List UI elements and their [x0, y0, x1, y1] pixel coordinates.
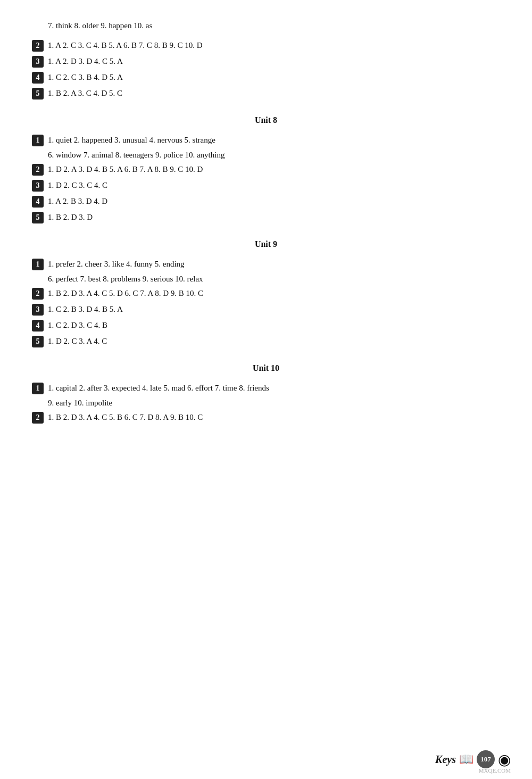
badge-1: 1 — [32, 259, 44, 270]
unit7-row-5: 5 1. B 2. A 3. C 4. D 5. C — [32, 88, 500, 100]
unit9-s3-answers: 1. C 2. B 3. D 4. B 5. A — [48, 305, 123, 314]
unit9-title: Unit 9 — [32, 239, 500, 249]
unit9-s1-line1: 1. prefer 2. cheer 3. like 4. funny 5. e… — [48, 260, 185, 269]
circle-icon: ◉ — [498, 751, 511, 768]
unit10-title: Unit 10 — [32, 363, 500, 373]
keys-label: Keys — [435, 753, 456, 766]
unit8-row-2: 2 1. D 2. A 3. D 4. B 5. A 6. B 7. A 8. … — [32, 164, 500, 176]
badge-1: 1 — [32, 383, 44, 394]
badge-5: 5 — [32, 88, 44, 100]
badge-1: 1 — [32, 135, 44, 146]
badge-3: 3 — [32, 56, 44, 68]
unit9-s2-answers: 1. B 2. D 3. A 4. C 5. D 6. C 7. A 8. D … — [48, 289, 203, 298]
badge-2: 2 — [32, 164, 44, 176]
unit7-row-2: 2 1. A 2. C 3. C 4. B 5. A 6. B 7. C 8. … — [32, 40, 500, 52]
unit8-s3-answers: 1. D 2. C 3. C 4. C — [48, 181, 107, 190]
unit8-s4-answers: 1. A 2. B 3. D 4. D — [48, 197, 107, 206]
unit10-row-2: 2 1. B 2. D 3. A 4. C 5. B 6. C 7. D 8. … — [32, 412, 500, 424]
unit9-row-4: 4 1. C 2. D 3. C 4. B — [32, 320, 500, 332]
unit7-section: 2 1. A 2. C 3. C 4. B 5. A 6. B 7. C 8. … — [32, 40, 500, 100]
book-icon: 📖 — [459, 752, 473, 766]
unit8-s2-answers: 1. D 2. A 3. D 4. B 5. A 6. B 7. A 8. B … — [48, 165, 203, 174]
badge-4: 4 — [32, 320, 44, 332]
footer-area: Keys 📖 107 ◉ — [435, 750, 511, 768]
unit8-row-4: 4 1. A 2. B 3. D 4. D — [32, 196, 500, 208]
unit9-row-5: 5 1. D 2. C 3. A 4. C — [32, 336, 500, 347]
unit9-row-3: 3 1. C 2. B 3. D 4. B 5. A — [32, 304, 500, 316]
unit7-s5-answers: 1. B 2. A 3. C 4. D 5. C — [48, 89, 122, 98]
unit7-s2-answers: 1. A 2. C 3. C 4. B 5. A 6. B 7. C 8. B … — [48, 41, 202, 50]
unit8-s1-line2: 6. window 7. animal 8. teenagers 9. poli… — [48, 151, 500, 160]
unit8-row-3: 3 1. D 2. C 3. C 4. C — [32, 180, 500, 192]
unit8-s1-line1: 1. quiet 2. happened 3. unusual 4. nervo… — [48, 136, 215, 145]
unit10-row-1: 1 1. capital 2. after 3. expected 4. lat… — [32, 383, 500, 394]
unit10-s1-line2: 9. early 10. impolite — [48, 399, 500, 408]
unit7-row-4: 4 1. C 2. C 3. B 4. D 5. A — [32, 72, 500, 84]
badge-3: 3 — [32, 304, 44, 316]
watermark: MXQE.COM — [479, 767, 511, 774]
unit8-section: Unit 8 1 1. quiet 2. happened 3. unusual… — [32, 115, 500, 223]
unit8-s5-answers: 1. B 2. D 3. D — [48, 213, 93, 222]
badge-2: 2 — [32, 288, 44, 300]
badge-2: 2 — [32, 40, 44, 52]
badge-5: 5 — [32, 336, 44, 347]
unit9-row-1: 1 1. prefer 2. cheer 3. like 4. funny 5.… — [32, 259, 500, 270]
unit10-section: Unit 10 1 1. capital 2. after 3. expecte… — [32, 363, 500, 424]
top-note: 7. think 8. older 9. happen 10. as — [32, 21, 500, 30]
unit8-title: Unit 8 — [32, 115, 500, 125]
unit9-s4-answers: 1. C 2. D 3. C 4. B — [48, 321, 107, 330]
unit8-row-5: 5 1. B 2. D 3. D — [32, 212, 500, 223]
badge-4: 4 — [32, 72, 44, 84]
unit9-row-2: 2 1. B 2. D 3. A 4. C 5. D 6. C 7. A 8. … — [32, 288, 500, 300]
unit8-row-1: 1 1. quiet 2. happened 3. unusual 4. ner… — [32, 135, 500, 146]
unit10-s1-line1: 1. capital 2. after 3. expected 4. late … — [48, 384, 269, 393]
badge-5: 5 — [32, 212, 44, 223]
unit9-section: Unit 9 1 1. prefer 2. cheer 3. like 4. f… — [32, 239, 500, 347]
unit7-row-3: 3 1. A 2. D 3. D 4. C 5. A — [32, 56, 500, 68]
unit7-s4-answers: 1. C 2. C 3. B 4. D 5. A — [48, 73, 123, 82]
badge-2: 2 — [32, 412, 44, 424]
unit9-s5-answers: 1. D 2. C 3. A 4. C — [48, 337, 107, 346]
unit9-s1-line2: 6. perfect 7. best 8. problems 9. seriou… — [48, 275, 500, 284]
badge-3: 3 — [32, 180, 44, 192]
unit10-s2-answers: 1. B 2. D 3. A 4. C 5. B 6. C 7. D 8. A … — [48, 413, 203, 422]
unit7-s3-answers: 1. A 2. D 3. D 4. C 5. A — [48, 57, 123, 66]
badge-4: 4 — [32, 196, 44, 208]
page-number: 107 — [477, 750, 495, 768]
